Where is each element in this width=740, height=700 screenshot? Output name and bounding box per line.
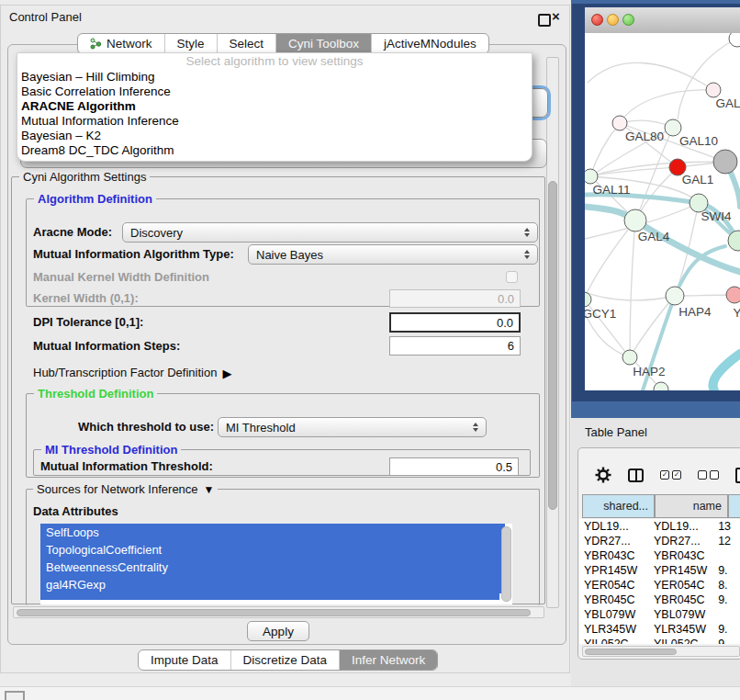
settings-horizontal-scrollbar-thumb[interactable] <box>17 609 531 616</box>
column-header-extra[interactable] <box>728 494 740 518</box>
table-horizontal-scrollbar-thumb[interactable] <box>585 649 677 655</box>
attribute-item[interactable]: BetweennessCentrality <box>40 559 505 576</box>
cell-name: YBR043C <box>646 548 714 563</box>
table-row[interactable]: YBL079WYBL079W <box>579 607 740 622</box>
kernel-width-field[interactable]: 0.0 <box>389 289 521 308</box>
mi-algorithm-type-value: Naive Bayes <box>256 248 323 262</box>
tab-select[interactable]: Select <box>218 34 277 53</box>
tab-label: Cyni Toolbox <box>288 37 359 51</box>
table-row[interactable]: YER054CYER054C8. <box>579 578 740 593</box>
network-node-y[interactable] <box>726 287 740 303</box>
aracne-mode-combo[interactable]: Discovery <box>122 222 538 243</box>
stepper-arrows-icon <box>524 228 530 237</box>
column-header-shared...[interactable]: shared... <box>582 494 655 518</box>
cell-value: 12 <box>714 534 740 548</box>
cell-name: YER054C <box>646 578 714 593</box>
mi-threshold-label: Mutual Information Threshold: <box>40 459 213 474</box>
collapsed-panel-button[interactable] <box>5 691 25 700</box>
settings-vertical-scrollbar-thumb[interactable] <box>548 181 557 510</box>
tab-discretize-data[interactable]: Discretize Data <box>231 650 341 670</box>
select-all-columns-icon[interactable]: ✓✓ <box>660 470 681 480</box>
network-node-hap4[interactable] <box>666 287 684 305</box>
aracne-mode-value: Discovery <box>130 226 183 240</box>
column-header-name[interactable]: name <box>655 494 728 518</box>
settings-horizontal-scrollbar[interactable] <box>13 606 544 618</box>
sources-title: Sources for Network Inference <box>37 482 198 497</box>
which-threshold-combo[interactable]: MI Threshold <box>218 417 487 437</box>
network-node-label: HAP4 <box>678 305 712 319</box>
collapsed-arrow-icon: ▶ <box>222 367 231 380</box>
mac-zoom-icon[interactable] <box>622 14 634 26</box>
network-node-hap2[interactable] <box>622 350 637 365</box>
network-node-gal80[interactable] <box>612 116 627 130</box>
data-attributes-list[interactable]: SelfLoopsTopologicalCoefficientBetweenne… <box>40 524 512 604</box>
cell-value: 9 <box>714 637 740 644</box>
table-row[interactable]: YBR043CYBR043C <box>579 548 740 563</box>
cell-name: YDL19... <box>646 519 714 534</box>
tab-style[interactable]: Style <box>165 34 218 53</box>
algorithm-option[interactable]: Basic Correlation Inference <box>17 85 532 99</box>
table-row[interactable]: YBR045CYBR045C9. <box>579 593 740 607</box>
manual-kernel-width-checkbox[interactable] <box>506 271 518 283</box>
attribute-item[interactable]: SelfLoops <box>40 524 505 541</box>
table-body: YDL19...YDL19...13YDR27...YDR27...12YBR0… <box>579 519 740 644</box>
network-view[interactable]: GALGAL80GAL10GAL1GAL11SWI4GAL4GCY1HAP4YH… <box>585 33 740 390</box>
status-strip <box>0 686 740 700</box>
which-threshold-label: Which threshold to use: <box>78 420 214 435</box>
deselect-columns-icon[interactable] <box>698 470 719 480</box>
control-panel-tabbar: NetworkStyleSelectCyni ToolboxjActiveMNo… <box>77 33 489 54</box>
tab-network[interactable]: Network <box>78 34 165 53</box>
dpi-tolerance-field[interactable]: 0.0 <box>389 312 521 333</box>
table-row[interactable]: YDR27...YDR27...12 <box>579 534 740 548</box>
mac-close-icon[interactable] <box>591 14 603 26</box>
aracne-mode-label: Aracne Mode: <box>33 225 112 240</box>
tab-impute-data[interactable]: Impute Data <box>139 650 231 670</box>
algorithm-option[interactable]: Bayesian – Hill Climbing <box>17 70 532 85</box>
network-canvas[interactable]: GALGAL80GAL10GAL1GAL11SWI4GAL4GCY1HAP4YH… <box>585 33 740 390</box>
stepper-arrows-icon <box>473 423 478 432</box>
cell-shared-name: YDR27... <box>579 534 646 548</box>
close-window-icon[interactable]: × <box>552 8 560 24</box>
algorithm-option[interactable]: ARACNE Algorithm <box>17 99 532 114</box>
table-row[interactable]: YIL052CYIL052C9 <box>579 637 740 644</box>
table-row[interactable]: YPR145WYPR145W9. <box>579 563 740 578</box>
network-node-gal11[interactable] <box>585 169 598 184</box>
settings-vertical-scrollbar[interactable] <box>546 57 559 608</box>
stepper-arrows-icon <box>524 250 530 259</box>
mi-steps-field[interactable]: 6 <box>389 336 521 356</box>
tab-infer-network[interactable]: Infer Network <box>340 650 437 670</box>
tab-jactivemnodules[interactable]: jActiveMNodules <box>372 34 488 53</box>
table-row[interactable]: YDL19...YDL19...13 <box>579 519 740 534</box>
float-window-icon[interactable] <box>538 14 551 27</box>
apply-button[interactable]: Apply <box>247 621 309 641</box>
settings-gear-icon[interactable] <box>595 467 611 483</box>
network-node-gal4[interactable] <box>624 209 646 231</box>
cell-shared-name: YBR045C <box>579 593 646 607</box>
table-row[interactable]: YLR345WYLR345W9. <box>579 622 740 637</box>
network-node[interactable] <box>729 33 740 47</box>
split-columns-icon[interactable] <box>628 469 644 482</box>
mac-minimize-icon[interactable] <box>607 14 619 26</box>
mi-threshold-field[interactable]: 0.5 <box>389 457 519 476</box>
file-icon[interactable] <box>735 468 740 483</box>
tab-label: Select <box>230 37 264 51</box>
algorithm-option[interactable]: Mutual Information Inference <box>17 114 532 129</box>
dpi-tolerance-label: DPI Tolerance [0,1]: <box>33 315 143 330</box>
cell-name: YLR345W <box>646 622 714 637</box>
attribute-item[interactable]: gal4RGexp <box>40 576 505 593</box>
mi-algorithm-type-combo[interactable]: Naive Bayes <box>248 244 538 265</box>
table-horizontal-scrollbar[interactable] <box>582 646 740 657</box>
hub-definition-toggle[interactable]: Hub/Transcription Factor Definition ▶ <box>33 366 231 380</box>
algorithm-option[interactable]: Bayesian – K2 <box>17 129 532 143</box>
network-node-gal[interactable] <box>706 83 721 97</box>
network-node-label: HAP2 <box>633 365 665 378</box>
attributes-list-scrollbar-thumb[interactable] <box>501 526 511 602</box>
algorithm-option[interactable]: Dream8 DC_TDC Algorithm <box>17 143 532 158</box>
tab-cyni-toolbox[interactable]: Cyni Toolbox <box>276 34 372 53</box>
tab-label: jActiveMNodules <box>384 37 477 51</box>
network-node-label: GAL1 <box>682 173 714 186</box>
sources-toggle[interactable]: Sources for Network Inference ▼ <box>33 482 218 497</box>
network-node-label: GAL <box>715 96 740 110</box>
attribute-item[interactable]: TopologicalCoefficient <box>40 541 505 559</box>
network-node[interactable] <box>713 150 737 174</box>
